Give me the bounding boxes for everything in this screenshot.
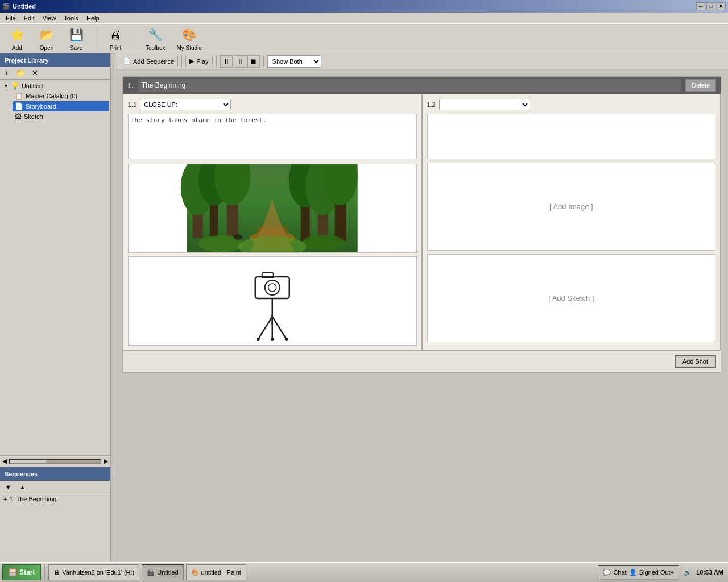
shot-sketch-area-1-2[interactable]: [ Add Sketch ] [427, 254, 716, 342]
print-button[interactable]: 🖨 Print [103, 24, 128, 52]
menu-bar: File Edit View Tools Help [0, 13, 728, 24]
add-button[interactable]: ⭐ Add [5, 24, 30, 52]
title-bar-controls: ─ □ ✕ [696, 2, 726, 10]
menu-tools[interactable]: Tools [60, 14, 82, 23]
chat-label: Chat [613, 569, 626, 576]
play-lines-button[interactable]: ⏸ [220, 55, 233, 68]
add-sequence-icon: 📄 [123, 57, 131, 65]
pause-button[interactable]: ⏸ [234, 55, 246, 68]
folder-button[interactable]: 📁 [14, 68, 27, 78]
shot-description-1-1[interactable]: The story takes place in the forest. [128, 114, 417, 159]
mystudio-icon: 🎨 [180, 26, 198, 44]
save-button[interactable]: 💾 Save [64, 24, 89, 52]
shot-type-select-1-2[interactable]: CLOSE UP: WIDE SHOT: MEDIUM SHOT: [439, 99, 530, 110]
add-shot-row-1: Add Shot [123, 351, 721, 372]
add-image-label-1-2: [ Add Image ] [549, 202, 593, 211]
play-button[interactable]: ▶ Play [185, 56, 212, 66]
svg-point-29 [271, 338, 274, 341]
svg-point-16 [302, 235, 345, 251]
sequence-number-1: 1. [127, 81, 134, 90]
shot-type-select-1-1[interactable]: CLOSE UP: WIDE SHOT: MEDIUM SHOT: EXTREM… [140, 99, 231, 110]
toolbox-icon: 🔧 [146, 26, 164, 44]
project-icon: 💡 [11, 82, 19, 90]
sequences-toolbar: ▼ ▲ [0, 481, 110, 493]
shots-grid-1: 1.1 CLOSE UP: WIDE SHOT: MEDIUM SHOT: EX… [123, 94, 721, 351]
print-icon: 🖨 [106, 26, 125, 44]
toolbox-button[interactable]: 🔧 Toolbox [142, 24, 168, 52]
catalog-icon: 📋 [15, 92, 23, 100]
taskbar-separator [44, 564, 45, 580]
taskbar-paint-button[interactable]: 🎨 untitled - Paint [186, 564, 246, 580]
my-studio-button[interactable]: 🎨 My Studio [173, 24, 205, 52]
show-select[interactable]: Show Both Show Image Show Sketch [267, 55, 321, 68]
seq-down-button[interactable]: ▼ [2, 483, 14, 492]
svg-point-27 [257, 338, 260, 341]
stop-button[interactable]: ⏹ [247, 55, 260, 68]
sequences-header: Sequences [0, 467, 110, 481]
app-icon: 🎬 [2, 3, 10, 10]
storyboard-icon: 📄 [15, 102, 23, 110]
project-library-toolbar: + 📁 ✕ [0, 67, 110, 80]
close-button[interactable]: ✕ [717, 2, 726, 10]
chat-icon: 💬 [603, 569, 611, 576]
scroll-right-icon[interactable]: ▶ [104, 458, 108, 465]
left-scroll-bar[interactable]: ◀ ▶ [0, 455, 110, 467]
minimize-button[interactable]: ─ [696, 2, 705, 10]
taskbar-untitled-button[interactable]: 🎬 Untitled [142, 564, 183, 580]
sequences-list: + 1. The Beginning [0, 493, 110, 562]
seq-expand-icon[interactable]: + [3, 496, 7, 502]
seq-up-button[interactable]: ▲ [16, 483, 28, 492]
forest-image [129, 164, 416, 252]
svg-point-18 [234, 234, 243, 240]
shot-sketch-area-1-1[interactable] [128, 256, 417, 346]
tree-master-catalog[interactable]: 📋 Master Catalog (0) [13, 91, 109, 101]
save-icon: 💾 [67, 26, 85, 44]
title-bar-left: 🎬 Untitled [2, 3, 36, 10]
sequence-item-1[interactable]: + 1. The Beginning [1, 494, 109, 504]
menu-file[interactable]: File [2, 14, 19, 23]
tree-expand-icon[interactable]: ▼ [3, 83, 9, 89]
shot-description-1-2 [427, 114, 716, 159]
project-tree: ▼ 💡 Untitled 📋 Master Catalog (0) 📄 Stor… [0, 80, 110, 455]
clock: 10:53 AM [696, 569, 723, 576]
secondary-toolbar: 📄 Add Sequence ▶ Play ⏸ ⏸ ⏹ Show Both Sh… [115, 53, 728, 69]
taskbar: 🪟 Start 🖥 Vanhuizen$ on 'Edu1' (H:) 🎬 Un… [0, 562, 728, 582]
status-label: Signed Out+ [639, 569, 674, 576]
shot-cell-1-2: 1.2 CLOSE UP: WIDE SHOT: MEDIUM SHOT: [ … [422, 94, 721, 351]
resize-handle[interactable] [111, 53, 115, 562]
taskbar-explorer-button[interactable]: 🖥 Vanhuizen$ on 'Edu1' (H:) [48, 564, 139, 580]
menu-view[interactable]: View [39, 14, 60, 23]
add-sequence-button[interactable]: 📄 Add Sequence [119, 56, 178, 66]
tree-sketch[interactable]: 🖼 Sketch [13, 111, 109, 122]
sequence-title-input-1[interactable] [138, 79, 681, 92]
taskbar-right: 💬 Chat 👤 Signed Out+ 🔊 10:53 AM [598, 565, 726, 580]
delete-item-button[interactable]: ✕ [30, 68, 40, 78]
sec-separator-1 [181, 56, 182, 67]
tree-storyboard[interactable]: 📄 Storyboard [13, 101, 109, 111]
maximize-button[interactable]: □ [706, 2, 715, 10]
sketch-icon: 🖼 [15, 113, 22, 120]
svg-point-21 [268, 284, 276, 292]
shot-number-1-2: 1.2 [427, 101, 436, 108]
tree-root-untitled[interactable]: ▼ 💡 Untitled [1, 81, 109, 91]
menu-help[interactable]: Help [83, 14, 103, 23]
sec-separator-3 [263, 56, 264, 67]
storyboard-scroll[interactable]: 1. Delete 1.1 CLOSE UP: WIDE SHOT: MEDIU… [115, 69, 728, 562]
toolbar-separator-2 [135, 27, 135, 50]
start-button[interactable]: 🪟 Start [2, 564, 41, 580]
menu-edit[interactable]: Edit [20, 14, 38, 23]
new-item-button[interactable]: + [2, 68, 11, 78]
add-shot-button-1[interactable]: Add Shot [675, 355, 716, 368]
shot-number-1-1: 1.1 [128, 101, 136, 108]
sys-tray-icons: 🔊 [684, 569, 692, 576]
delete-sequence-button-1[interactable]: Delete [685, 79, 716, 92]
toolbar-separator [96, 27, 96, 50]
open-button[interactable]: 📂 Open [34, 24, 59, 52]
add-icon: ⭐ [8, 26, 26, 44]
left-panel: Project Library + 📁 ✕ ▼ 💡 Untitled 📋 Mas… [0, 53, 111, 562]
shot-image-area-1-2[interactable]: [ Add Image ] [427, 163, 716, 251]
title-bar-text: Untitled [13, 3, 36, 10]
shot-image-area-1-1[interactable] [128, 164, 417, 253]
scroll-left-icon[interactable]: ◀ [2, 458, 7, 465]
sequence-block-1: 1. Delete 1.1 CLOSE UP: WIDE SHOT: MEDIU… [122, 76, 721, 373]
